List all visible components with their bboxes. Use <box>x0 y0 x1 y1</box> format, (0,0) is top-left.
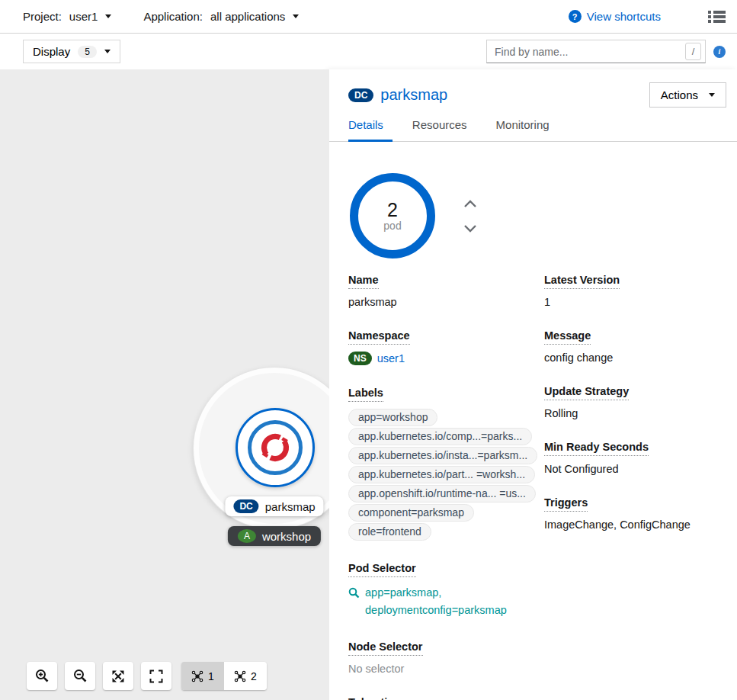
label-pill[interactable]: component=parksmap <box>348 504 474 522</box>
openshift-logo-icon <box>248 420 303 475</box>
field-labels: Labels app=workshop app.kubernetes.io/co… <box>348 386 535 541</box>
namespace-label: Namespace <box>348 329 410 345</box>
panel-title: DC parksmap <box>348 86 447 104</box>
question-circle-icon: ? <box>569 10 582 23</box>
field-namespace: Namespace NS user1 <box>348 329 535 365</box>
field-tolerations: Tolerations 0 Tolerations <box>348 695 535 700</box>
view-shortcuts-link[interactable]: ? View shortcuts <box>569 10 661 23</box>
tab-details[interactable]: Details <box>348 118 393 141</box>
triggers-value: ImageChange, ConfigChange <box>544 519 726 531</box>
namespace-link[interactable]: user1 <box>377 352 405 364</box>
zoom-in-button[interactable] <box>27 662 57 690</box>
graph-2-count: 2 <box>251 670 257 682</box>
tab-resources[interactable]: Resources <box>403 118 476 141</box>
zoom-out-button[interactable] <box>65 662 95 690</box>
chevron-down-icon <box>293 14 299 18</box>
label-pill[interactable]: app.kubernetes.io/part... =worksh... <box>348 466 535 483</box>
application-group-label[interactable]: A workshop <box>228 526 321 546</box>
field-message: Message config change <box>544 329 726 364</box>
scale-down-icon[interactable] <box>463 224 477 233</box>
graph-view-1-button[interactable]: 1 <box>181 662 224 690</box>
parksmap-node[interactable] <box>236 408 315 487</box>
triggers-label: Triggers <box>544 496 588 512</box>
panel-tabs: Details Resources Monitoring <box>329 118 737 142</box>
pod-donut-section: 2 pod <box>350 173 726 258</box>
node-selector-value: No selector <box>348 663 535 675</box>
resource-name-link[interactable]: parksmap <box>380 86 447 104</box>
graph-1-count: 1 <box>208 670 214 682</box>
pod-count-donut[interactable]: 2 pod <box>350 173 435 258</box>
name-value: parksmap <box>348 296 535 308</box>
node-selector-label: Node Selector <box>348 641 423 656</box>
project-dropdown[interactable]: Project: user1 <box>23 10 111 23</box>
field-pod-selector: Pod Selector app=parksmap, deploymentcon… <box>348 561 535 619</box>
display-count-badge: 5 <box>78 46 97 58</box>
label-pill[interactable]: app.openshift.io/runtime-na... =us... <box>348 485 536 503</box>
message-label: Message <box>544 329 591 345</box>
labels-label: Labels <box>348 387 383 402</box>
view-shortcuts-label: View shortcuts <box>587 10 661 23</box>
dc-badge: DC <box>348 88 373 102</box>
field-triggers: Triggers ImageChange, ConfigChange <box>544 496 726 531</box>
chevron-down-icon <box>104 50 111 53</box>
latest-version-label: Latest Version <box>544 274 620 289</box>
context-bar: Project: user1 Application: all applicat… <box>0 0 737 34</box>
application-label: Application: <box>143 10 203 23</box>
field-node-selector: Node Selector No selector <box>348 640 535 675</box>
name-label: Name <box>348 274 379 289</box>
application-badge: A <box>238 529 256 543</box>
pod-selector-label: Pod Selector <box>348 562 416 577</box>
latest-version-value: 1 <box>544 296 726 308</box>
ns-badge: NS <box>348 352 372 365</box>
reset-view-button[interactable] <box>141 662 171 690</box>
fit-to-screen-button[interactable] <box>103 662 133 690</box>
details-left-column: Name parksmap Namespace NS user1 Labels <box>348 273 535 700</box>
graph-toggle-group: 1 2 <box>181 662 267 690</box>
update-strategy-label: Update Strategy <box>544 385 629 400</box>
project-label: Project: <box>23 10 62 23</box>
pod-selector-link[interactable]: app=parksmap, deploymentconfig=parksmap <box>348 584 535 619</box>
application-dropdown[interactable]: Application: all applications <box>143 10 299 23</box>
dc-badge: DC <box>233 499 258 513</box>
chevron-down-icon <box>709 93 715 97</box>
node-name: parksmap <box>265 500 316 513</box>
node-label[interactable]: DC parksmap <box>225 496 323 516</box>
group-name: workshop <box>262 530 311 543</box>
field-latest-version: Latest Version 1 <box>544 273 726 308</box>
actions-label: Actions <box>661 88 698 101</box>
magnifier-icon <box>348 587 360 599</box>
resource-side-panel: DC parksmap Actions Details Resources Mo… <box>329 69 737 700</box>
canvas-controls: 1 2 <box>27 662 267 690</box>
tab-monitoring[interactable]: Monitoring <box>487 118 559 141</box>
actions-dropdown[interactable]: Actions <box>649 82 726 108</box>
label-pill[interactable]: app=workshop <box>348 409 437 426</box>
search-input[interactable] <box>495 46 685 58</box>
pod-count: 2 <box>387 200 398 220</box>
topology-canvas[interactable]: DC parksmap A workshop <box>0 69 329 700</box>
label-pill[interactable]: role=frontend <box>348 523 431 541</box>
project-value: user1 <box>69 10 98 23</box>
label-pill[interactable]: app.kubernetes.io/insta...=parksm... <box>348 447 537 464</box>
tolerations-label: Tolerations <box>348 696 407 700</box>
search-box: / <box>486 40 706 63</box>
topology-toolbar: Display 5 / i <box>0 34 737 69</box>
pod-unit: pod <box>383 220 401 232</box>
field-name: Name parksmap <box>348 273 535 308</box>
min-ready-seconds-value: Not Configured <box>544 463 726 475</box>
info-circle-icon[interactable]: i <box>713 46 726 58</box>
display-label: Display <box>33 45 70 58</box>
details-right-column: Latest Version 1 Message config change U… <box>544 273 726 700</box>
field-update-strategy: Update Strategy Rolling <box>544 384 726 419</box>
min-ready-seconds-label: Min Ready Seconds <box>544 441 649 456</box>
list-view-icon[interactable] <box>708 10 726 24</box>
scale-up-icon[interactable] <box>463 199 477 208</box>
graph-view-2-button[interactable]: 2 <box>224 662 267 690</box>
update-strategy-value: Rolling <box>544 407 726 419</box>
display-dropdown[interactable]: Display 5 <box>23 40 120 63</box>
slash-key-hint: / <box>685 43 701 60</box>
label-pill[interactable]: app.kubernetes.io/comp...=parks... <box>348 428 532 445</box>
field-min-ready-seconds: Min Ready Seconds Not Configured <box>544 440 726 475</box>
message-value: config change <box>544 352 726 364</box>
chevron-down-icon <box>105 14 111 18</box>
application-value: all applications <box>210 10 285 23</box>
